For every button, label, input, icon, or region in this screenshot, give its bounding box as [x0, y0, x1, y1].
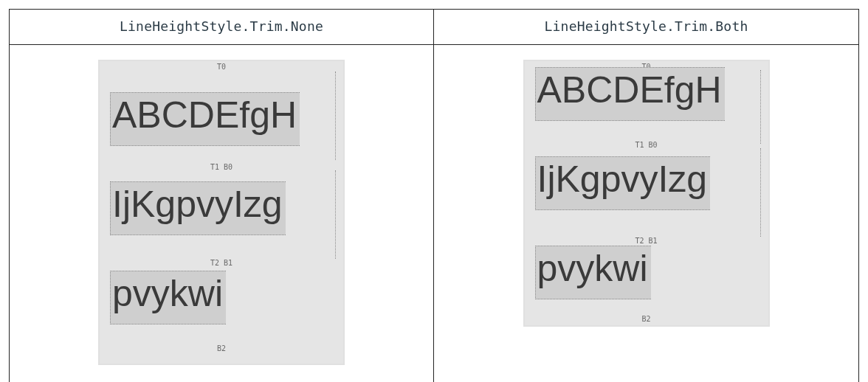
ruler-t1b0: T1 B0: [210, 163, 232, 171]
ruler-t1b0: T1 B0: [635, 141, 657, 149]
ruler-t2b1: T2 B1: [210, 259, 232, 267]
ruler-t2b1: T2 B1: [635, 237, 657, 245]
cell-trim-none: T0 ABCDEfgH T1 B0 IjKgpvyIzg T2 B1 pvykw…: [10, 45, 434, 382]
sample-line-1: ABCDEfgH: [110, 92, 300, 146]
sample-line-1: ABCDEfgH: [535, 67, 725, 121]
sample-line-3: pvykwi: [110, 271, 226, 324]
demo-trim-none: T0 ABCDEfgH T1 B0 IjKgpvyIzg T2 B1 pvykw…: [98, 60, 345, 365]
header-trim-none: LineHeightStyle.Trim.None: [10, 10, 434, 45]
vguide: [760, 70, 761, 144]
comparison-table: LineHeightStyle.Trim.None LineHeightStyl…: [9, 9, 859, 382]
sample-line-3: pvykwi: [535, 246, 651, 299]
vguide: [335, 170, 336, 259]
sample-line-2: IjKgpvyIzg: [110, 181, 286, 235]
vguide: [335, 72, 336, 160]
cell-trim-both: T0 ABCDEfgH T1 B0 IjKgpvyIzg T2 B1 pvykw…: [434, 45, 858, 382]
ruler-t0: T0: [217, 63, 226, 71]
ruler-b2: B2: [217, 344, 226, 353]
vguide: [760, 148, 761, 237]
demo-trim-both: T0 ABCDEfgH T1 B0 IjKgpvyIzg T2 B1 pvykw…: [523, 60, 770, 327]
sample-line-2: IjKgpvyIzg: [535, 156, 711, 210]
header-trim-both: LineHeightStyle.Trim.Both: [434, 10, 858, 45]
ruler-b2: B2: [641, 315, 650, 323]
